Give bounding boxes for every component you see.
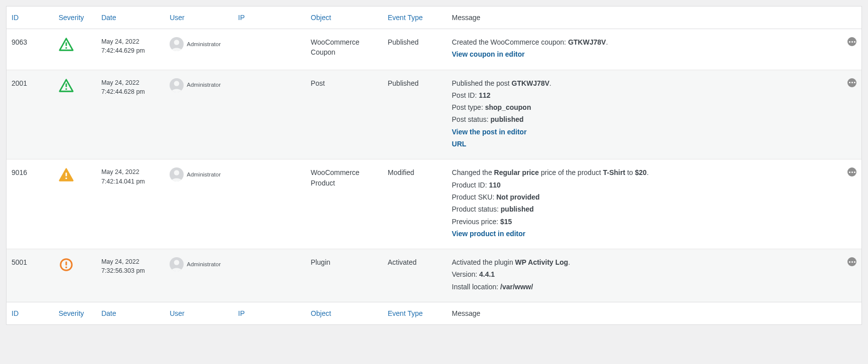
col-footer-id[interactable]: ID [7,302,54,325]
cell-id: 9063 [7,29,54,70]
message-link[interactable]: View the post in editor [452,128,527,136]
svg-point-5 [174,81,180,86]
cell-object: Post [306,70,382,159]
message-line: Post ID: 112 [452,90,835,100]
cell-id: 2001 [7,70,54,159]
message-line: View coupon in editor [452,49,835,59]
col-header-user[interactable]: User [165,7,233,29]
cell-user: Administrator [165,249,233,302]
date-line: 7:42:44.629 pm [101,46,160,55]
col-header-id[interactable]: ID [7,7,54,29]
message-link[interactable]: URL [452,140,467,148]
col-footer-actions [840,302,861,325]
cell-event-type: Published [383,29,447,70]
user-name[interactable]: Administrator [187,170,221,179]
col-header-actions [840,7,861,29]
cell-severity [54,29,96,70]
date-line: May 24, 2022 [101,167,160,176]
cell-message: Published the post GTKWJ78V.Post ID: 112… [447,70,840,159]
col-footer-severity[interactable]: Severity [54,302,96,325]
row-more-button[interactable] [847,167,856,176]
cell-actions [840,249,861,302]
col-footer-user[interactable]: User [165,302,233,325]
message-link[interactable]: View coupon in editor [452,50,525,58]
cell-object: Plugin [306,249,382,302]
severity-high-icon [59,257,74,272]
col-header-message: Message [447,7,840,29]
message-line: Product SKU: Not provided [452,192,835,202]
cell-user: Administrator [165,29,233,70]
avatar-icon [170,257,184,271]
date-line: 7:42:14.041 pm [101,177,160,186]
date-line: 7:42:44.628 pm [101,87,160,96]
message-line: Product ID: 110 [452,180,835,190]
severity-low-icon [59,37,74,52]
cell-message: Changed the Regular price price of the p… [447,159,840,249]
message-line: Created the WooCommerce coupon: GTKWJ78V… [452,37,835,47]
svg-point-8 [174,170,180,176]
row-more-button[interactable] [847,37,856,46]
avatar-icon [170,78,184,92]
table-row: 9063 May 24, 20227:42:44.629 pm Administ… [7,29,861,70]
col-footer-ip[interactable]: IP [233,302,306,325]
cell-actions [840,159,861,249]
cell-date: May 24, 20227:42:44.629 pm [96,29,165,70]
row-more-button[interactable] [847,257,856,266]
cell-date: May 24, 20227:42:14.041 pm [96,159,165,249]
col-footer-event-type[interactable]: Event Type [383,302,447,325]
date-line: May 24, 2022 [101,78,160,87]
cell-severity [54,70,96,159]
activity-log-table: ID Severity Date User IP Object Event Ty… [6,6,862,325]
col-footer-date[interactable]: Date [96,302,165,325]
svg-point-1 [65,47,67,49]
message-line: Install location: /var/www/ [452,282,835,292]
svg-rect-6 [65,173,67,177]
svg-point-4 [65,88,67,89]
col-header-object[interactable]: Object [306,7,382,29]
message-line: Activated the plugin WP Activity Log. [452,257,835,267]
svg-rect-10 [65,262,67,266]
cell-severity [54,159,96,249]
message-line: Post type: shop_coupon [452,102,835,112]
svg-point-12 [174,260,180,265]
user-name[interactable]: Administrator [187,40,221,49]
cell-ip [233,249,306,302]
severity-low-icon [59,78,74,93]
svg-point-11 [65,267,67,269]
cell-event-type: Activated [383,249,447,302]
row-more-button[interactable] [847,78,856,87]
message-line: Changed the Regular price price of the p… [452,167,835,177]
message-line: View product in editor [452,229,835,239]
cell-severity [54,249,96,302]
cell-user: Administrator [165,159,233,249]
message-link[interactable]: View product in editor [452,230,526,238]
col-header-date[interactable]: Date [96,7,165,29]
svg-point-2 [174,40,180,45]
user-name[interactable]: Administrator [187,81,221,89]
cell-id: 5001 [7,249,54,302]
col-footer-object[interactable]: Object [306,302,382,325]
cell-message: Created the WooCommerce coupon: GTKWJ78V… [447,29,840,70]
table-head: ID Severity Date User IP Object Event Ty… [7,7,861,29]
cell-object: WooCommerce Product [306,159,382,249]
message-line: Version: 4.4.1 [452,269,835,279]
date-line: May 24, 2022 [101,257,160,266]
cell-message: Activated the plugin WP Activity Log.Ver… [447,249,840,302]
table-row: 2001 May 24, 20227:42:44.628 pm Administ… [7,70,861,159]
user-name[interactable]: Administrator [187,260,221,269]
cell-id: 9016 [7,159,54,249]
severity-medium-icon [59,167,74,183]
svg-point-7 [65,177,67,179]
cell-event-type: Published [383,70,447,159]
col-header-event-type[interactable]: Event Type [383,7,447,29]
message-line: View the post in editor [452,127,835,137]
date-line: May 24, 2022 [101,37,160,46]
col-header-severity[interactable]: Severity [54,7,96,29]
message-line: Post status: published [452,114,835,124]
table-row: 5001 May 24, 20227:32:56.303 pm Administ… [7,249,861,302]
avatar-icon [170,37,184,51]
col-header-ip[interactable]: IP [233,7,306,29]
cell-ip [233,159,306,249]
message-line: URL [452,139,835,149]
log-table: ID Severity Date User IP Object Event Ty… [7,7,861,324]
